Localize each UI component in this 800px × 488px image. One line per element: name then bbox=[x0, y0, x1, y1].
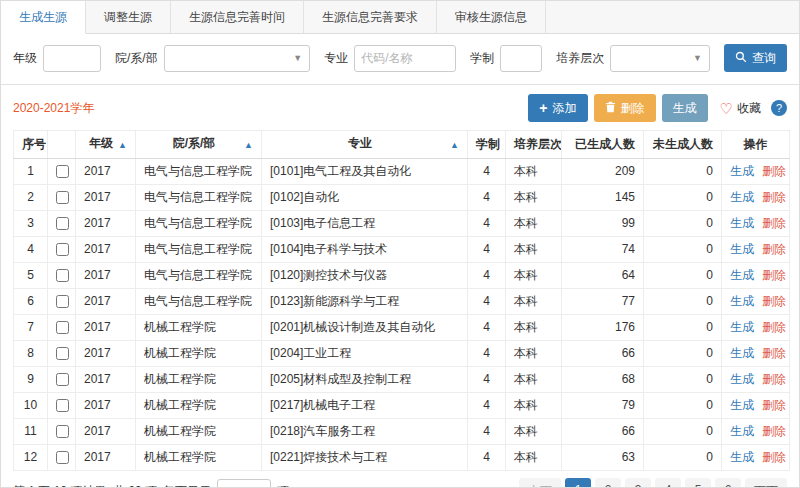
pagination-page-2[interactable]: 2 bbox=[595, 478, 621, 488]
pagination-page-4[interactable]: 4 bbox=[655, 478, 681, 488]
table-row: 122017机械工程学院[0221]焊接技术与工程4本科630生成删除 bbox=[14, 445, 790, 471]
per-page-select[interactable]: 12 ▼ bbox=[217, 479, 271, 488]
pagination-page-5[interactable]: 5 bbox=[685, 478, 711, 488]
row-delete-link[interactable]: 删除 bbox=[762, 424, 786, 438]
row-checkbox[interactable] bbox=[56, 425, 69, 438]
row-level: 本科 bbox=[506, 211, 562, 237]
pagination-page-1[interactable]: 1 bbox=[565, 478, 591, 488]
row-delete-link[interactable]: 删除 bbox=[762, 268, 786, 282]
row-duration: 4 bbox=[468, 315, 506, 341]
department-select[interactable]: ▼ bbox=[164, 45, 311, 72]
row-index: 11 bbox=[14, 419, 48, 445]
col-department[interactable]: ▲院/系/部 bbox=[136, 131, 262, 159]
tab-0[interactable]: 生成生源 bbox=[1, 1, 86, 34]
major-input[interactable] bbox=[354, 45, 456, 72]
row-delete-link[interactable]: 删除 bbox=[762, 346, 786, 360]
row-generate-link[interactable]: 生成 bbox=[730, 346, 754, 360]
row-index: 2 bbox=[14, 185, 48, 211]
tab-2[interactable]: 生源信息完善时间 bbox=[171, 1, 304, 33]
row-generate-link[interactable]: 生成 bbox=[730, 450, 754, 464]
row-index: 6 bbox=[14, 289, 48, 315]
row-duration: 4 bbox=[468, 289, 506, 315]
row-checkbox[interactable] bbox=[56, 191, 69, 204]
row-generate-link[interactable]: 生成 bbox=[730, 424, 754, 438]
row-department: 机械工程学院 bbox=[136, 419, 262, 445]
help-icon[interactable]: ? bbox=[771, 100, 787, 116]
favorite-label: 收藏 bbox=[737, 100, 761, 117]
row-generated-count: 64 bbox=[562, 263, 644, 289]
results-summary: 第 1 至 12 项结果, 共 69 项 bbox=[13, 483, 157, 488]
row-generate-link[interactable]: 生成 bbox=[730, 294, 754, 308]
tab-3[interactable]: 生源信息完善要求 bbox=[304, 1, 437, 33]
row-checkbox[interactable] bbox=[56, 165, 69, 178]
chevron-down-icon: ▼ bbox=[293, 54, 302, 63]
row-ungenerated-count: 0 bbox=[644, 185, 722, 211]
row-generate-link[interactable]: 生成 bbox=[730, 372, 754, 386]
results-summary-area: 第 1 至 12 项结果, 共 69 项 每页显示 12 ▼ 项 bbox=[13, 479, 289, 488]
row-department: 机械工程学院 bbox=[136, 341, 262, 367]
row-generated-count: 99 bbox=[562, 211, 644, 237]
generate-button[interactable]: 生成 bbox=[662, 94, 708, 122]
row-checkbox[interactable] bbox=[56, 399, 69, 412]
sort-asc-icon[interactable]: ▲ bbox=[244, 138, 253, 153]
duration-input[interactable] bbox=[500, 45, 542, 72]
row-delete-link[interactable]: 删除 bbox=[762, 320, 786, 334]
row-checkbox[interactable] bbox=[56, 217, 69, 230]
row-delete-link[interactable]: 删除 bbox=[762, 242, 786, 256]
row-generate-link[interactable]: 生成 bbox=[730, 190, 754, 204]
chevron-down-icon: ▼ bbox=[693, 54, 702, 63]
delete-button[interactable]: 删除 bbox=[594, 94, 656, 122]
heart-icon: ♡ bbox=[720, 101, 733, 116]
row-index: 9 bbox=[14, 367, 48, 393]
major-label: 专业 bbox=[324, 50, 348, 67]
col-major[interactable]: ▲专业 bbox=[262, 131, 468, 159]
row-generate-link[interactable]: 生成 bbox=[730, 398, 754, 412]
row-level: 本科 bbox=[506, 445, 562, 471]
row-duration: 4 bbox=[468, 445, 506, 471]
row-delete-link[interactable]: 删除 bbox=[762, 164, 786, 178]
row-delete-link[interactable]: 删除 bbox=[762, 450, 786, 464]
row-major: [0217]机械电子工程 bbox=[262, 393, 468, 419]
row-level: 本科 bbox=[506, 185, 562, 211]
row-generate-link[interactable]: 生成 bbox=[730, 320, 754, 334]
tab-4[interactable]: 审核生源信息 bbox=[437, 1, 546, 33]
grade-input[interactable] bbox=[43, 45, 101, 72]
favorite-button[interactable]: ♡ 收藏 bbox=[720, 100, 761, 117]
row-checkbox[interactable] bbox=[56, 269, 69, 282]
table-row: 72017机械工程学院[0201]机械设计制造及其自动化4本科1760生成删除 bbox=[14, 315, 790, 341]
row-delete-link[interactable]: 删除 bbox=[762, 372, 786, 386]
row-delete-link[interactable]: 删除 bbox=[762, 190, 786, 204]
row-checkbox[interactable] bbox=[56, 373, 69, 386]
row-generate-link[interactable]: 生成 bbox=[730, 216, 754, 230]
row-checkbox[interactable] bbox=[56, 347, 69, 360]
sort-asc-icon[interactable]: ▲ bbox=[118, 138, 127, 153]
pagination-prev[interactable]: 上页 bbox=[519, 478, 561, 488]
row-generate-link[interactable]: 生成 bbox=[730, 268, 754, 282]
level-select[interactable]: ▼ bbox=[610, 45, 710, 72]
col-grade[interactable]: ▲年级 bbox=[76, 131, 136, 159]
pagination-page-6[interactable]: 6 bbox=[715, 478, 741, 488]
row-delete-link[interactable]: 删除 bbox=[762, 294, 786, 308]
row-ungenerated-count: 0 bbox=[644, 393, 722, 419]
row-level: 本科 bbox=[506, 341, 562, 367]
sort-asc-icon[interactable]: ▲ bbox=[450, 138, 459, 153]
row-delete-link[interactable]: 删除 bbox=[762, 216, 786, 230]
row-checkbox[interactable] bbox=[56, 321, 69, 334]
row-generate-link[interactable]: 生成 bbox=[730, 242, 754, 256]
row-level: 本科 bbox=[506, 263, 562, 289]
row-ops: 生成删除 bbox=[722, 289, 790, 315]
add-button[interactable]: + 添加 bbox=[528, 94, 587, 122]
row-checkbox-cell bbox=[48, 289, 76, 315]
query-button[interactable]: 查询 bbox=[724, 44, 787, 72]
tab-1[interactable]: 调整生源 bbox=[86, 1, 171, 33]
pagination-page-3[interactable]: 3 bbox=[625, 478, 651, 488]
row-checkbox[interactable] bbox=[56, 451, 69, 464]
row-checkbox[interactable] bbox=[56, 295, 69, 308]
level-label: 培养层次 bbox=[556, 50, 604, 67]
row-delete-link[interactable]: 删除 bbox=[762, 398, 786, 412]
pagination-next[interactable]: 下页 bbox=[745, 478, 787, 488]
row-checkbox[interactable] bbox=[56, 243, 69, 256]
row-generate-link[interactable]: 生成 bbox=[730, 164, 754, 178]
row-major: [0123]新能源科学与工程 bbox=[262, 289, 468, 315]
per-page-value: 12 bbox=[224, 485, 237, 488]
